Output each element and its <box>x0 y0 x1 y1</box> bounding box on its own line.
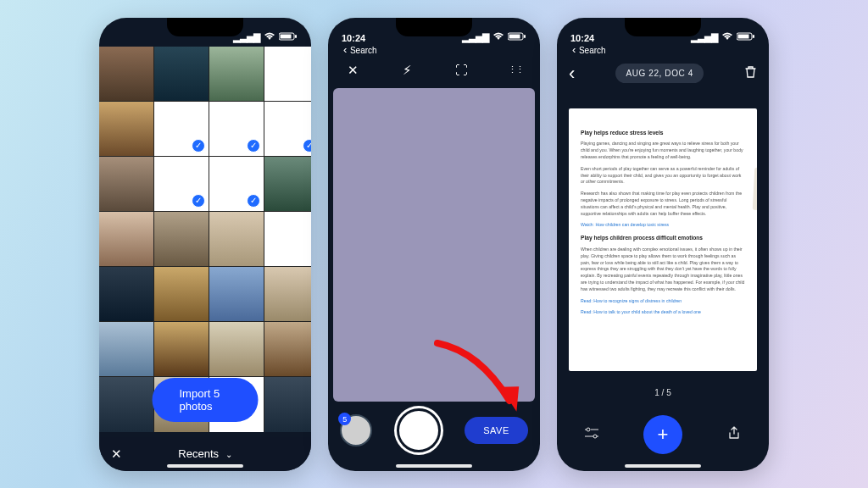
status-bar: 10:24 ▂▃▅▇ <box>328 18 540 47</box>
phone-photo-picker: ▂▃▅▇ ✓✓✓✓✓ Import 5 photos ✕ Recents ⌄ <box>99 18 311 471</box>
photo-thumb[interactable] <box>99 47 153 101</box>
close-icon[interactable]: ✕ <box>340 63 365 78</box>
selection-check-icon: ✓ <box>192 139 205 152</box>
flash-icon[interactable]: ⚡︎ <box>394 63 420 78</box>
doc-para: Even short periods of play together can … <box>581 166 745 186</box>
svg-rect-8 <box>753 35 754 38</box>
signal-icon: ▂▃▅▇ <box>691 32 718 43</box>
share-icon[interactable] <box>721 426 747 442</box>
save-button[interactable]: SAVE <box>465 417 528 444</box>
document-page[interactable]: Play helps reduce stress levels Playing … <box>569 108 757 371</box>
album-label: Recents <box>178 447 219 460</box>
photo-thumb[interactable]: ✓ <box>264 102 311 156</box>
status-bar: 10:24 ▂▃▅▇ <box>557 18 769 47</box>
shutter-button[interactable] <box>397 408 441 452</box>
photo-thumb[interactable] <box>154 47 209 101</box>
home-indicator[interactable] <box>396 464 472 468</box>
photo-thumb[interactable] <box>209 322 264 376</box>
selection-check-icon: ✓ <box>247 194 260 208</box>
svg-rect-2 <box>295 35 297 38</box>
chevron-down-icon: ⌄ <box>225 450 232 459</box>
photo-thumb[interactable] <box>154 267 209 321</box>
photo-thumb[interactable]: ✓ <box>154 102 209 156</box>
battery-icon <box>508 32 526 42</box>
doc-heading-2: Play helps children process difficult em… <box>581 234 745 242</box>
photo-thumb[interactable] <box>264 377 311 431</box>
phone-document: 10:24 ▂▃▅▇ Search ‹ AUG 22, DOC 4 Play h… <box>557 18 769 471</box>
photo-thumb[interactable]: ✓ <box>209 157 264 211</box>
doc-heading-1: Play helps reduce stress levels <box>581 129 745 137</box>
photo-thumb[interactable] <box>99 212 153 266</box>
doc-link: Read: How to talk to your child about th… <box>581 309 745 316</box>
document-bottom-bar: + <box>557 415 769 454</box>
document-toolbar: ‹ AUG 22, DOC 4 <box>557 56 769 92</box>
photo-thumb[interactable] <box>99 102 153 156</box>
photo-thumb[interactable] <box>264 47 311 101</box>
photo-thumb[interactable] <box>264 322 311 376</box>
photo-thumb[interactable]: ✓ <box>154 157 209 211</box>
photo-grid[interactable]: ✓✓✓✓✓ <box>99 47 311 432</box>
photo-thumb[interactable] <box>154 212 209 266</box>
photo-thumb[interactable] <box>209 267 264 321</box>
photo-thumb[interactable] <box>264 157 311 211</box>
status-bar: ▂▃▅▇ <box>99 18 311 47</box>
doc-link: Watch: How children can develop toxic st… <box>581 222 745 229</box>
svg-rect-7 <box>738 35 749 39</box>
phone-camera: 10:24 ▂▃▅▇ Search ✕ ⚡︎ ⛶ ⋮⋮ 5 SAVE <box>328 18 540 471</box>
import-button[interactable]: Import 5 photos <box>153 378 259 422</box>
settings-icon[interactable]: ⋮⋮ <box>503 64 528 75</box>
album-selector[interactable]: Recents ⌄ <box>178 447 231 460</box>
doc-para: When children are dealing with complex e… <box>581 247 745 293</box>
back-icon[interactable]: ‹ <box>569 63 575 85</box>
photo-thumb[interactable] <box>99 267 153 321</box>
page-tab <box>753 167 757 210</box>
selection-check-icon: ✓ <box>247 139 260 152</box>
svg-point-12 <box>593 435 597 438</box>
home-indicator[interactable] <box>625 464 701 468</box>
battery-icon <box>737 32 755 42</box>
svg-rect-4 <box>509 35 520 39</box>
document-title[interactable]: AUG 22, DOC 4 <box>615 64 704 83</box>
photo-thumb[interactable] <box>99 377 153 431</box>
selection-check-icon: ✓ <box>192 194 205 208</box>
back-to-search[interactable]: Search <box>343 46 377 55</box>
photo-thumb[interactable]: ✓ <box>209 102 264 156</box>
camera-bottom-bar: 5 SAVE <box>328 391 540 471</box>
photo-thumb[interactable] <box>99 157 153 211</box>
camera-viewfinder[interactable] <box>333 88 535 402</box>
wifi-icon <box>264 32 275 42</box>
trash-icon[interactable] <box>744 65 757 82</box>
svg-rect-1 <box>281 35 292 39</box>
doc-para: Research has also shown that making time… <box>581 191 745 217</box>
photo-thumb[interactable] <box>264 267 311 321</box>
expand-icon[interactable]: ⛶ <box>448 63 474 77</box>
status-time: 10:24 <box>342 33 365 43</box>
wifi-icon <box>492 32 504 42</box>
status-time: 10:24 <box>570 33 594 43</box>
photo-thumb[interactable] <box>209 212 264 266</box>
signal-icon: ▂▃▅▇ <box>233 32 260 43</box>
back-to-search[interactable]: Search <box>572 46 606 55</box>
close-icon[interactable]: ✕ <box>111 446 122 462</box>
signal-icon: ▂▃▅▇ <box>462 32 489 43</box>
page-indicator: 1 / 5 <box>557 388 769 397</box>
doc-para: Playing games, dancing and singing are g… <box>581 141 745 160</box>
battery-icon <box>279 32 298 42</box>
photo-thumb[interactable] <box>264 212 311 266</box>
wifi-icon <box>721 32 733 42</box>
add-page-button[interactable]: + <box>643 415 682 454</box>
svg-rect-5 <box>524 35 526 38</box>
doc-link: Read: How to recognize signs of distress… <box>581 298 745 305</box>
stack-count-badge: 5 <box>338 413 351 425</box>
selection-check-icon: ✓ <box>303 139 311 152</box>
home-indicator[interactable] <box>167 464 243 468</box>
svg-point-9 <box>587 428 590 431</box>
photo-thumb[interactable] <box>99 322 153 376</box>
filters-icon[interactable] <box>579 427 604 441</box>
captured-stack[interactable]: 5 <box>340 414 372 446</box>
photo-thumb[interactable] <box>154 322 209 376</box>
camera-toolbar: ✕ ⚡︎ ⛶ ⋮⋮ <box>328 56 540 85</box>
photo-thumb[interactable] <box>209 47 264 101</box>
